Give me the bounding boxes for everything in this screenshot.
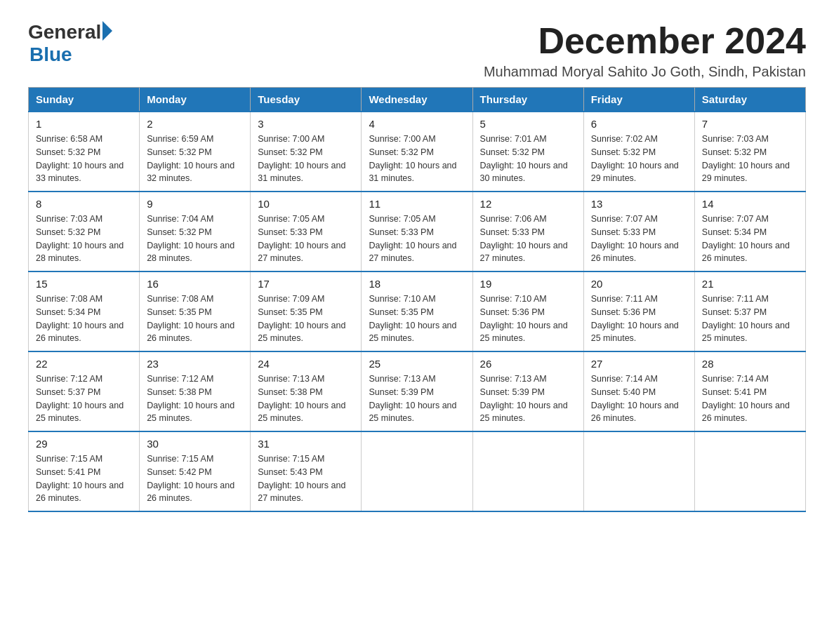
- day-number: 18: [369, 278, 465, 290]
- table-row: 20 Sunrise: 7:11 AM Sunset: 5:36 PM Dayl…: [583, 271, 694, 351]
- table-row: 13 Sunrise: 7:07 AM Sunset: 5:33 PM Dayl…: [583, 192, 694, 271]
- day-info: Sunrise: 7:05 AM Sunset: 5:33 PM Dayligh…: [258, 213, 354, 265]
- calendar-week-row: 8 Sunrise: 7:03 AM Sunset: 5:32 PM Dayli…: [29, 192, 806, 271]
- day-info: Sunrise: 7:15 AM Sunset: 5:41 PM Dayligh…: [36, 452, 132, 505]
- table-row: 25 Sunrise: 7:13 AM Sunset: 5:39 PM Dayl…: [362, 351, 472, 431]
- day-info: Sunrise: 7:07 AM Sunset: 5:33 PM Dayligh…: [591, 213, 687, 265]
- day-number: 3: [258, 118, 354, 130]
- table-row: 4 Sunrise: 7:00 AM Sunset: 5:32 PM Dayli…: [362, 112, 472, 192]
- location-subtitle: Muhammad Moryal Sahito Jo Goth, Sindh, P…: [484, 64, 806, 80]
- day-info: Sunrise: 6:59 AM Sunset: 5:32 PM Dayligh…: [147, 133, 243, 185]
- table-row: 24 Sunrise: 7:13 AM Sunset: 5:38 PM Dayl…: [251, 351, 362, 431]
- day-info: Sunrise: 7:09 AM Sunset: 5:35 PM Dayligh…: [258, 293, 354, 345]
- calendar-table: Sunday Monday Tuesday Wednesday Thursday…: [28, 87, 806, 512]
- day-number: 1: [36, 118, 132, 130]
- day-number: 4: [369, 118, 465, 130]
- day-info: Sunrise: 7:00 AM Sunset: 5:32 PM Dayligh…: [258, 133, 354, 185]
- day-info: Sunrise: 6:58 AM Sunset: 5:32 PM Dayligh…: [36, 133, 132, 185]
- table-row: 16 Sunrise: 7:08 AM Sunset: 5:35 PM Dayl…: [140, 271, 251, 351]
- calendar-week-row: 29 Sunrise: 7:15 AM Sunset: 5:41 PM Dayl…: [29, 431, 806, 511]
- day-info: Sunrise: 7:12 AM Sunset: 5:37 PM Dayligh…: [36, 373, 132, 425]
- day-info: Sunrise: 7:14 AM Sunset: 5:40 PM Dayligh…: [591, 373, 687, 425]
- table-row: 8 Sunrise: 7:03 AM Sunset: 5:32 PM Dayli…: [29, 192, 140, 271]
- col-tuesday: Tuesday: [251, 88, 362, 112]
- logo: General Blue: [28, 21, 112, 66]
- day-info: Sunrise: 7:03 AM Sunset: 5:32 PM Dayligh…: [702, 133, 798, 185]
- calendar-week-row: 22 Sunrise: 7:12 AM Sunset: 5:37 PM Dayl…: [29, 351, 806, 431]
- day-info: Sunrise: 7:04 AM Sunset: 5:32 PM Dayligh…: [147, 213, 243, 265]
- logo-arrow-icon: [102, 21, 112, 41]
- calendar-week-row: 1 Sunrise: 6:58 AM Sunset: 5:32 PM Dayli…: [29, 112, 806, 192]
- day-number: 22: [36, 358, 132, 370]
- table-row: 29 Sunrise: 7:15 AM Sunset: 5:41 PM Dayl…: [29, 431, 140, 511]
- day-info: Sunrise: 7:13 AM Sunset: 5:39 PM Dayligh…: [480, 373, 576, 425]
- day-number: 17: [258, 278, 354, 290]
- day-number: 31: [258, 438, 354, 450]
- table-row: 23 Sunrise: 7:12 AM Sunset: 5:38 PM Dayl…: [140, 351, 251, 431]
- day-info: Sunrise: 7:11 AM Sunset: 5:37 PM Dayligh…: [702, 293, 798, 345]
- day-number: 7: [702, 118, 798, 130]
- day-number: 24: [258, 358, 354, 370]
- day-info: Sunrise: 7:13 AM Sunset: 5:39 PM Dayligh…: [369, 373, 465, 425]
- day-number: 9: [147, 198, 243, 210]
- page-header: General Blue December 2024 Muhammad Mory…: [28, 21, 806, 80]
- day-number: 25: [369, 358, 465, 370]
- day-info: Sunrise: 7:03 AM Sunset: 5:32 PM Dayligh…: [36, 213, 132, 265]
- table-row: 9 Sunrise: 7:04 AM Sunset: 5:32 PM Dayli…: [140, 192, 251, 271]
- col-sunday: Sunday: [29, 88, 140, 112]
- table-row: 17 Sunrise: 7:09 AM Sunset: 5:35 PM Dayl…: [251, 271, 362, 351]
- table-row: 21 Sunrise: 7:11 AM Sunset: 5:37 PM Dayl…: [694, 271, 805, 351]
- col-saturday: Saturday: [694, 88, 805, 112]
- table-row: 14 Sunrise: 7:07 AM Sunset: 5:34 PM Dayl…: [694, 192, 805, 271]
- day-number: 6: [591, 118, 687, 130]
- day-number: 15: [36, 278, 132, 290]
- table-row: 1 Sunrise: 6:58 AM Sunset: 5:32 PM Dayli…: [29, 112, 140, 192]
- day-info: Sunrise: 7:02 AM Sunset: 5:32 PM Dayligh…: [591, 133, 687, 185]
- day-number: 27: [591, 358, 687, 370]
- calendar-header-row: Sunday Monday Tuesday Wednesday Thursday…: [29, 88, 806, 112]
- day-info: Sunrise: 7:12 AM Sunset: 5:38 PM Dayligh…: [147, 373, 243, 425]
- table-row: 3 Sunrise: 7:00 AM Sunset: 5:32 PM Dayli…: [251, 112, 362, 192]
- table-row: 27 Sunrise: 7:14 AM Sunset: 5:40 PM Dayl…: [583, 351, 694, 431]
- table-row: 26 Sunrise: 7:13 AM Sunset: 5:39 PM Dayl…: [472, 351, 583, 431]
- day-number: 20: [591, 278, 687, 290]
- table-row: 30 Sunrise: 7:15 AM Sunset: 5:42 PM Dayl…: [140, 431, 251, 511]
- day-info: Sunrise: 7:05 AM Sunset: 5:33 PM Dayligh…: [369, 213, 465, 265]
- day-info: Sunrise: 7:15 AM Sunset: 5:42 PM Dayligh…: [147, 452, 243, 505]
- day-info: Sunrise: 7:06 AM Sunset: 5:33 PM Dayligh…: [480, 213, 576, 265]
- table-row: [472, 431, 583, 511]
- day-info: Sunrise: 7:08 AM Sunset: 5:35 PM Dayligh…: [147, 293, 243, 345]
- day-number: 8: [36, 198, 132, 210]
- day-info: Sunrise: 7:13 AM Sunset: 5:38 PM Dayligh…: [258, 373, 354, 425]
- day-number: 19: [480, 278, 576, 290]
- table-row: 22 Sunrise: 7:12 AM Sunset: 5:37 PM Dayl…: [29, 351, 140, 431]
- day-number: 29: [36, 438, 132, 450]
- col-monday: Monday: [140, 88, 251, 112]
- day-number: 16: [147, 278, 243, 290]
- title-block: December 2024 Muhammad Moryal Sahito Jo …: [484, 21, 806, 80]
- table-row: 11 Sunrise: 7:05 AM Sunset: 5:33 PM Dayl…: [362, 192, 472, 271]
- day-number: 13: [591, 198, 687, 210]
- col-thursday: Thursday: [472, 88, 583, 112]
- day-info: Sunrise: 7:15 AM Sunset: 5:43 PM Dayligh…: [258, 452, 354, 505]
- day-info: Sunrise: 7:14 AM Sunset: 5:41 PM Dayligh…: [702, 373, 798, 425]
- day-info: Sunrise: 7:10 AM Sunset: 5:35 PM Dayligh…: [369, 293, 465, 345]
- table-row: 19 Sunrise: 7:10 AM Sunset: 5:36 PM Dayl…: [472, 271, 583, 351]
- day-info: Sunrise: 7:08 AM Sunset: 5:34 PM Dayligh…: [36, 293, 132, 345]
- day-number: 5: [480, 118, 576, 130]
- day-number: 12: [480, 198, 576, 210]
- logo-blue: Blue: [29, 43, 72, 66]
- table-row: 5 Sunrise: 7:01 AM Sunset: 5:32 PM Dayli…: [472, 112, 583, 192]
- day-number: 11: [369, 198, 465, 210]
- day-info: Sunrise: 7:00 AM Sunset: 5:32 PM Dayligh…: [369, 133, 465, 185]
- table-row: [694, 431, 805, 511]
- table-row: 7 Sunrise: 7:03 AM Sunset: 5:32 PM Dayli…: [694, 112, 805, 192]
- day-info: Sunrise: 7:10 AM Sunset: 5:36 PM Dayligh…: [480, 293, 576, 345]
- col-wednesday: Wednesday: [362, 88, 472, 112]
- logo-general: General: [28, 21, 101, 43]
- table-row: 31 Sunrise: 7:15 AM Sunset: 5:43 PM Dayl…: [251, 431, 362, 511]
- day-number: 30: [147, 438, 243, 450]
- table-row: 18 Sunrise: 7:10 AM Sunset: 5:35 PM Dayl…: [362, 271, 472, 351]
- table-row: [583, 431, 694, 511]
- day-number: 28: [702, 358, 798, 370]
